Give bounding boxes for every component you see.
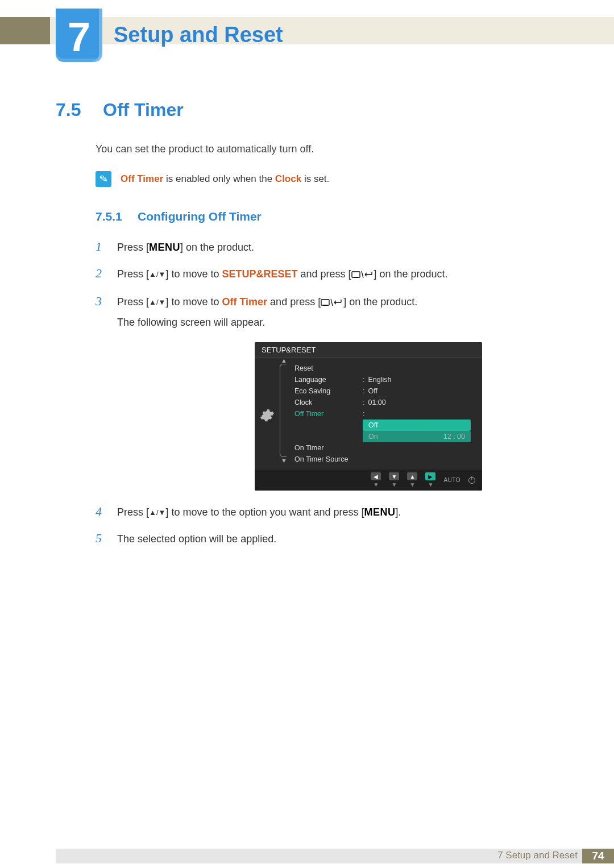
subsection-number: 7.5.1 — [96, 210, 127, 223]
step-3-sub: The following screen will appear. — [117, 314, 417, 331]
intro-text: You can set the product to automatically… — [96, 143, 563, 155]
note-text: Off Timer is enabled only when the Clock… — [121, 173, 329, 185]
source-enter-icon — [351, 267, 374, 284]
step-3: 3 Press [▲/▼] to move to Off Timer and p… — [96, 294, 563, 331]
osd-item-clock: Clock : 01:00 — [284, 397, 478, 408]
step-2-num: 2 — [96, 266, 107, 281]
osd-item-ontimer: On Timer — [284, 442, 478, 454]
step-3-num: 3 — [96, 294, 107, 309]
osd-btn-up: ▲▼ — [407, 472, 417, 488]
osd-btn-right: ▶▼ — [425, 472, 435, 488]
osd-auto-label: AUTO — [443, 477, 460, 483]
osd-bracket — [280, 364, 287, 457]
step-4: 4 Press [▲/▼] to move to the option you … — [96, 504, 563, 521]
updown-icon: ▲/▼ — [149, 270, 165, 279]
osd-item-offtimer: Off Timer : — [284, 408, 478, 420]
osd-button-bar: ◀▼ ▼▼ ▲▼ ▶▼ AUTO — [255, 470, 482, 491]
section-number: 7.5 — [56, 99, 87, 121]
step-1-text: Press [MENU] on the product. — [117, 239, 254, 256]
step-2: 2 Press [▲/▼] to move to SETUP&RESET and… — [96, 266, 563, 284]
step-1: 1 Press [MENU] on the product. — [96, 239, 563, 256]
step-4-num: 4 — [96, 504, 107, 519]
step-1-num: 1 — [96, 239, 107, 254]
updown-icon: ▲/▼ — [149, 508, 165, 517]
note-offtimer: Off Timer — [121, 173, 163, 184]
source-enter-icon — [321, 295, 343, 312]
chapter-title: Setup and Reset — [114, 23, 283, 47]
svg-rect-1 — [354, 277, 358, 277]
menu-label: MENU — [149, 242, 180, 253]
off-timer-label: Off Timer — [222, 296, 267, 308]
section-title: Off Timer — [103, 99, 184, 121]
osd-btn-down: ▼▼ — [389, 472, 399, 488]
svg-rect-4 — [323, 305, 327, 305]
osd-left-gear-col — [255, 362, 280, 470]
osd-panel: SETUP&RESET ▲ Reset Language : — [255, 342, 482, 491]
chapter-badge: 7 — [56, 9, 102, 62]
osd-scroll-down-icon: ▼ — [281, 457, 287, 464]
steps-list: 1 Press [MENU] on the product. 2 Press [… — [96, 239, 563, 547]
svg-line-5 — [331, 299, 333, 306]
osd-body: ▲ Reset Language : English Eco Saving : — [255, 358, 482, 470]
osd-scroll-up-icon: ▲ — [281, 357, 287, 364]
subsection-heading: 7.5.1 Configuring Off Timer — [96, 210, 563, 223]
svg-rect-3 — [321, 300, 329, 305]
osd-sub-off: Off — [363, 420, 471, 431]
step-5-num: 5 — [96, 531, 107, 546]
pencil-note-icon — [96, 171, 111, 187]
osd-item-language: Language : English — [284, 374, 478, 385]
osd-menu: ▲ Reset Language : English Eco Saving : — [280, 362, 482, 470]
step-5-text: The selected option will be applied. — [117, 531, 276, 547]
osd-item-ecosaving: Eco Saving : Off — [284, 385, 478, 397]
note-clock: Clock — [275, 173, 301, 184]
updown-icon: ▲/▼ — [149, 298, 165, 306]
footer: 7 Setup and Reset 74 — [0, 845, 614, 868]
step-3-text: Press [▲/▼] to move to Off Timer and pre… — [117, 294, 417, 331]
power-icon — [468, 477, 475, 484]
osd-btn-left: ◀▼ — [371, 472, 381, 488]
footer-chapter-label: 7 Setup and Reset — [497, 850, 578, 861]
content-body: 7.5 Off Timer You can set the product to… — [56, 99, 563, 558]
section-heading: 7.5 Off Timer — [56, 99, 563, 121]
note-suffix: is set. — [301, 173, 329, 184]
setup-reset-label: SETUP&RESET — [222, 268, 297, 280]
osd-sub-on: On 12 : 00 — [363, 431, 471, 442]
svg-rect-0 — [352, 272, 360, 277]
subsection-title: Configuring Off Timer — [138, 210, 262, 223]
step-4-text: Press [▲/▼] to move to the option you wa… — [117, 504, 401, 521]
osd-item-ontimersource: On Timer Source — [284, 454, 478, 465]
svg-line-2 — [362, 271, 363, 278]
step-2-text: Press [▲/▼] to move to SETUP&RESET and p… — [117, 266, 448, 284]
osd-screenshot: SETUP&RESET ▲ Reset Language : — [255, 342, 563, 491]
note-row: Off Timer is enabled only when the Clock… — [96, 171, 563, 187]
step-5: 5 The selected option will be applied. — [96, 531, 563, 547]
gear-icon — [260, 408, 275, 423]
footer-page-number: 74 — [582, 849, 614, 863]
osd-submenu: Off On 12 : 00 — [363, 420, 471, 442]
osd-title: SETUP&RESET — [255, 342, 482, 358]
menu-label: MENU — [364, 506, 396, 518]
note-mid: is enabled only when the — [163, 173, 275, 184]
osd-item-reset: Reset — [284, 363, 478, 374]
